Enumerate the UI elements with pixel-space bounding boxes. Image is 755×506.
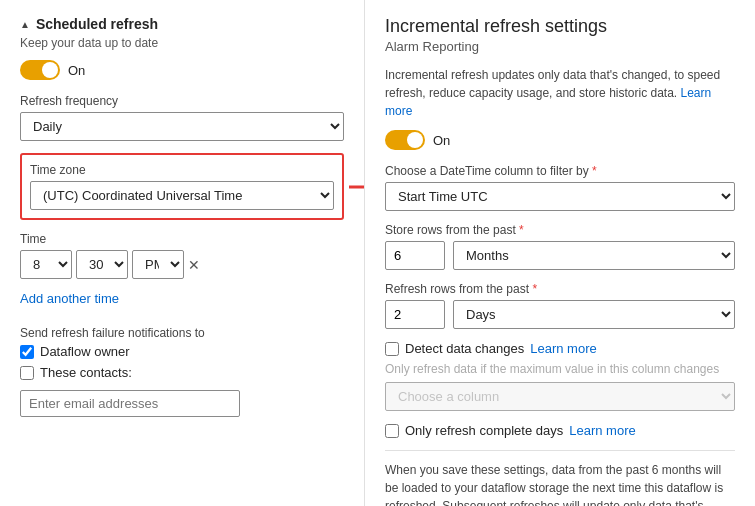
owner-checkbox[interactable]: [20, 345, 34, 359]
complete-days-row: Only refresh complete days Learn more: [385, 423, 735, 438]
refresh-frequency-group: Refresh frequency Daily Weekly Monthly: [20, 94, 344, 141]
choose-column-select: Choose a column: [385, 382, 735, 411]
red-arrow-icon: [347, 172, 365, 202]
toggle-on-label: On: [68, 63, 85, 78]
owner-checkbox-label: Dataflow owner: [40, 344, 130, 359]
section-header: ▲ Scheduled refresh: [20, 16, 344, 32]
main-toggle-row: On: [20, 60, 344, 80]
remove-time-icon[interactable]: ✕: [188, 257, 200, 273]
contacts-checkbox-label: These contacts:: [40, 365, 132, 380]
time-hour-select[interactable]: 1234 5678 9101112: [20, 250, 72, 279]
add-another-time-link[interactable]: Add another time: [20, 291, 119, 306]
refresh-rows-number-input[interactable]: [385, 300, 445, 329]
datetime-column-label: Choose a DateTime column to filter by: [385, 164, 735, 178]
store-rows-group: Store rows from the past Days Months Yea…: [385, 223, 735, 270]
choose-column-group: Choose a column: [385, 382, 735, 411]
timezone-select[interactable]: (UTC) Coordinated Universal Time (UTC-05…: [30, 181, 334, 210]
bottom-info-text: When you save these settings, data from …: [385, 450, 735, 506]
email-input[interactable]: [20, 390, 240, 417]
time-ampm-select[interactable]: AMPM: [132, 250, 184, 279]
detect-changes-learn-more-link[interactable]: Learn more: [530, 341, 596, 356]
right-subtitle: Alarm Reporting: [385, 39, 735, 54]
detect-disabled-text: Only refresh data if the maximum value i…: [385, 362, 735, 376]
timezone-label: Time zone: [30, 163, 334, 177]
store-rows-label: Store rows from the past: [385, 223, 735, 237]
store-rows-number-input[interactable]: [385, 241, 445, 270]
notifications-section: Send refresh failure notifications to Da…: [20, 326, 344, 417]
time-label: Time: [20, 232, 344, 246]
time-group: Time 1234 5678 9101112 00153045 AMPM ✕: [20, 232, 344, 279]
left-panel: ▲ Scheduled refresh Keep your data up to…: [0, 0, 365, 506]
complete-days-learn-more-link[interactable]: Learn more: [569, 423, 635, 438]
contacts-checkbox[interactable]: [20, 366, 34, 380]
refresh-rows-inline: Days Months Years: [385, 300, 735, 329]
datetime-column-select[interactable]: Start Time UTC End Time UTC Created Date: [385, 182, 735, 211]
info-text: Incremental refresh updates only data th…: [385, 66, 735, 120]
time-minute-select[interactable]: 00153045: [76, 250, 128, 279]
scheduled-refresh-toggle[interactable]: [20, 60, 60, 80]
section-title: Scheduled refresh: [36, 16, 158, 32]
section-subtitle: Keep your data up to date: [20, 36, 344, 50]
notifications-label: Send refresh failure notifications to: [20, 326, 344, 340]
refresh-frequency-select[interactable]: Daily Weekly Monthly: [20, 112, 344, 141]
time-row: 1234 5678 9101112 00153045 AMPM ✕: [20, 250, 344, 279]
incremental-refresh-toggle[interactable]: [385, 130, 425, 150]
store-rows-period-select[interactable]: Days Months Years: [453, 241, 735, 270]
right-title: Incremental refresh settings: [385, 16, 735, 37]
right-toggle-row: On: [385, 130, 735, 150]
timezone-box: Time zone (UTC) Coordinated Universal Ti…: [20, 153, 344, 220]
datetime-column-group: Choose a DateTime column to filter by St…: [385, 164, 735, 211]
detect-changes-row: Detect data changes Learn more: [385, 341, 735, 356]
detect-changes-checkbox[interactable]: [385, 342, 399, 356]
refresh-frequency-label: Refresh frequency: [20, 94, 344, 108]
complete-days-checkbox[interactable]: [385, 424, 399, 438]
store-rows-inline: Days Months Years: [385, 241, 735, 270]
complete-days-label: Only refresh complete days: [405, 423, 563, 438]
contacts-checkbox-row: These contacts:: [20, 365, 344, 380]
right-toggle-label: On: [433, 133, 450, 148]
refresh-rows-group: Refresh rows from the past Days Months Y…: [385, 282, 735, 329]
expand-arrow-icon: ▲: [20, 19, 30, 30]
refresh-rows-period-select[interactable]: Days Months Years: [453, 300, 735, 329]
detect-changes-label: Detect data changes: [405, 341, 524, 356]
owner-checkbox-row: Dataflow owner: [20, 344, 344, 359]
refresh-rows-label: Refresh rows from the past: [385, 282, 735, 296]
right-panel: Incremental refresh settings Alarm Repor…: [365, 0, 755, 506]
